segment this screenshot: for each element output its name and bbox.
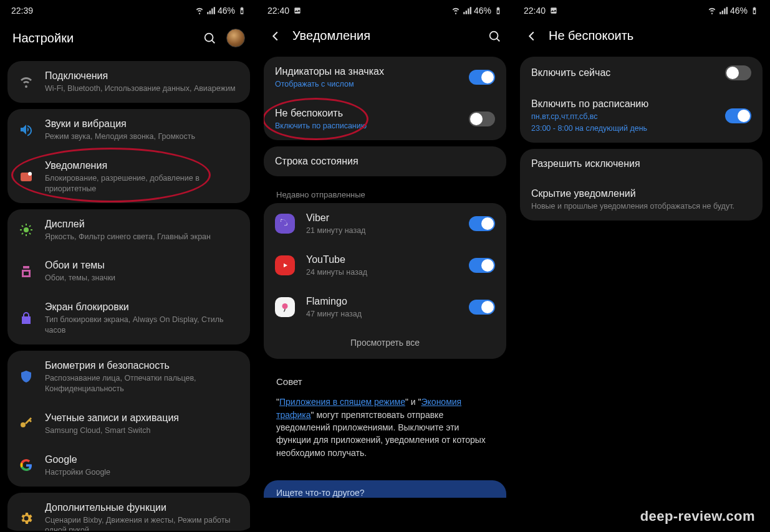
notification-icon [19, 169, 34, 184]
battery-percent: 46% [730, 6, 748, 16]
battery-icon [750, 6, 759, 15]
card-display-group: Дисплей Яркость, Фильтр синего света, Гл… [7, 209, 250, 345]
item-title: Подключения [45, 70, 239, 82]
item-sub: Распознавание лица, Отпечатки пальцев, К… [45, 373, 239, 394]
item-sounds[interactable]: Звуки и вибрация Режим звука, Мелодия зв… [7, 109, 250, 151]
toggle-enable-schedule[interactable] [725, 108, 751, 123]
card-status-bar: Строка состояния [264, 146, 506, 176]
item-title: Разрешить исключения [531, 158, 751, 170]
recent-apps-block: Недавно отправленные Viber 21 минуту наз… [264, 183, 506, 359]
item-title: Включить по расписанию [531, 98, 714, 110]
profile-avatar[interactable] [226, 29, 245, 47]
svg-point-0 [205, 34, 213, 42]
item-badge-indicators[interactable]: Индикаторы на значках Отображать с число… [264, 57, 506, 98]
item-title: Google [45, 454, 239, 466]
app-icon-viber [275, 214, 295, 234]
battery-icon [238, 6, 246, 15]
item-sub: Яркость, Фильтр синего света, Главный эк… [45, 232, 239, 242]
section-recent-label: Недавно отправленные [264, 183, 506, 203]
status-time: 22:40 [524, 6, 546, 16]
item-status-bar[interactable]: Строка состояния [264, 146, 506, 176]
item-accounts[interactable]: Учетные записи и архивация Samsung Cloud… [7, 403, 250, 445]
item-title: Скрытие уведомлений [531, 188, 751, 200]
item-title: Обои и темы [45, 259, 239, 272]
item-sub: Отображать с числом [275, 79, 458, 90]
status-bar: 22:40 46% [257, 1, 513, 20]
item-enable-schedule[interactable]: Включить по расписанию пн,вт,ср,чт,пт,сб… [520, 89, 763, 143]
sound-icon [19, 122, 34, 137]
wifi-icon [708, 6, 716, 15]
svg-point-2 [28, 172, 32, 176]
item-title: Уведомления [45, 159, 239, 172]
dnd-content: Включить сейчас Включить по расписанию п… [514, 57, 769, 227]
search-icon[interactable] [203, 31, 216, 45]
item-title: Биометрия и безопасность [45, 359, 239, 372]
item-sub: Обои, темы, значки [45, 273, 239, 283]
app-icon-youtube [275, 255, 295, 275]
item-title: Включить сейчас [531, 67, 714, 79]
item-sub: Новые и прошлые уведомления отображаться… [531, 201, 751, 212]
toggle-dnd[interactable] [469, 112, 495, 126]
search-icon[interactable] [488, 29, 501, 43]
wifi-icon [19, 74, 34, 89]
item-wallpaper[interactable]: Обои и темы Обои, темы, значки [7, 250, 250, 292]
screenshot-icon [549, 6, 558, 15]
header-settings: Настройки [1, 20, 256, 61]
brightness-icon [19, 222, 34, 237]
item-display[interactable]: Дисплей Яркость, Фильтр синего света, Гл… [7, 209, 250, 251]
page-title: Настройки [12, 31, 193, 45]
toggle-app[interactable] [469, 258, 495, 273]
status-time: 22:40 [267, 6, 289, 16]
item-dnd[interactable]: Не беспокоить Включить по расписанию [264, 98, 506, 140]
schedule-time: 23:00 - 8:00 на следующий день [531, 123, 714, 134]
back-icon[interactable] [269, 29, 282, 43]
status-left: 22:40 [267, 6, 302, 16]
item-sub: Тип блокировки экрана, Always On Display… [45, 315, 239, 336]
item-notifications[interactable]: Уведомления Блокирование, разрешение, до… [7, 151, 250, 203]
item-connections[interactable]: Подключения Wi-Fi, Bluetooth, Использова… [7, 61, 250, 103]
app-name: Flamingo [306, 295, 458, 308]
toggle-badges[interactable] [469, 70, 495, 85]
item-enable-now[interactable]: Включить сейчас [520, 57, 763, 89]
tip-link-sleeping-apps[interactable]: Приложения в спящем режиме [279, 397, 405, 407]
item-advanced[interactable]: Дополнительные функции Сценарии Bixby, Д… [7, 493, 250, 531]
status-right: 46% [708, 6, 759, 16]
item-sub: Блокирование, разрешение, добавление в п… [45, 173, 239, 194]
tip-body: "Приложения в спящем режиме" и "Экономия… [276, 396, 494, 458]
card-advanced: Дополнительные функции Сценарии Bixby, Д… [7, 493, 250, 531]
status-time: 22:39 [11, 6, 33, 16]
item-title: Звуки и вибрация [45, 118, 239, 130]
app-row-youtube[interactable]: YouTube 24 минуты назад [264, 245, 506, 287]
item-allow-exceptions[interactable]: Разрешить исключения [520, 149, 763, 179]
settings-list: Подключения Wi-Fi, Bluetooth, Использова… [1, 61, 256, 531]
wallpaper-icon [19, 264, 34, 279]
card-security-group: Биометрия и безопасность Распознавание л… [7, 351, 250, 487]
app-row-viber[interactable]: Viber 21 минуту назад [264, 203, 506, 245]
view-all-button[interactable]: Просмотреть все [264, 328, 506, 359]
card-recent-apps: Viber 21 минуту назад YouTube 24 минуты … [264, 203, 506, 359]
svg-point-3 [24, 227, 29, 232]
item-google[interactable]: Google Настройки Google [7, 445, 250, 487]
toggle-enable-now[interactable] [725, 65, 751, 80]
toggle-app[interactable] [469, 300, 495, 315]
app-row-flamingo[interactable]: Flamingo 47 минут назад [264, 287, 506, 328]
notif-content: Индикаторы на значках Отображать с число… [257, 57, 513, 474]
back-icon[interactable] [525, 29, 539, 43]
item-hide-notifications[interactable]: Скрытие уведомлений Новые и прошлые увед… [520, 179, 763, 221]
svg-point-7 [490, 31, 498, 39]
phone-settings-root: 22:39 46% Настройки Подключения Wi-Fi, B… [1, 1, 256, 531]
item-title: Индикаторы на значках [275, 65, 458, 78]
item-sub: Режим звука, Мелодия звонка, Громкость [45, 131, 239, 142]
header-dnd: Не беспокоить [514, 20, 769, 57]
tip-and: " и " [405, 397, 421, 407]
item-title: Дополнительные функции [45, 501, 239, 514]
item-lockscreen[interactable]: Экран блокировки Тип блокировки экрана, … [7, 292, 250, 344]
item-title: Строка состояния [275, 155, 495, 168]
gear-icon [19, 511, 34, 526]
toggle-app[interactable] [469, 216, 495, 231]
app-time: 24 минуты назад [306, 267, 458, 278]
card-sound-notif: Звуки и вибрация Режим звука, Мелодия зв… [7, 109, 250, 203]
item-biometrics[interactable]: Биометрия и безопасность Распознавание л… [7, 351, 250, 403]
item-sub: Samsung Cloud, Smart Switch [45, 425, 239, 436]
search-something-else[interactable]: Ищете что-то другое? [264, 480, 506, 498]
